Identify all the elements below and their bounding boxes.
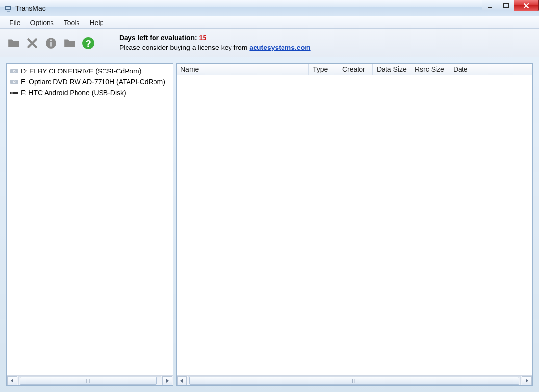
drive-label: D: ELBY CLONEDRIVE (SCSI-CdRom) xyxy=(21,67,141,75)
svg-point-14 xyxy=(14,81,15,82)
menubar: File Options Tools Help xyxy=(0,16,539,29)
scrollbar-track[interactable]: ||| xyxy=(188,376,521,385)
help-icon[interactable]: ? xyxy=(81,36,96,50)
app-icon xyxy=(4,4,12,12)
file-list[interactable] xyxy=(177,75,532,375)
column-header-name[interactable]: Name xyxy=(177,64,309,75)
list-horizontal-scrollbar[interactable]: ||| xyxy=(177,375,532,385)
drive-item[interactable]: E: Optiarc DVD RW AD-7710H (ATAPI-CdRom) xyxy=(8,76,172,87)
window-controls xyxy=(482,0,539,11)
menu-help[interactable]: Help xyxy=(85,18,109,27)
window-title: TransMac xyxy=(15,4,46,12)
info-icon[interactable] xyxy=(44,36,58,50)
scroll-left-icon[interactable] xyxy=(177,376,187,385)
svg-rect-16 xyxy=(11,92,13,94)
svg-point-11 xyxy=(14,71,15,72)
column-header-rsrcsize[interactable]: Rsrc Size xyxy=(411,64,449,75)
optical-drive-icon xyxy=(10,78,19,86)
drive-tree[interactable]: D: ELBY CLONEDRIVE (SCSI-CdRom) E: Optia… xyxy=(7,64,173,375)
svg-rect-3 xyxy=(504,4,509,8)
menu-file[interactable]: File xyxy=(4,18,26,27)
menu-options[interactable]: Options xyxy=(26,18,59,27)
svg-rect-5 xyxy=(50,42,51,46)
evaluation-notice: Days left for evaluation: 15 Please cons… xyxy=(119,33,311,52)
svg-text:?: ? xyxy=(85,38,91,48)
scrollbar-thumb[interactable]: ||| xyxy=(20,377,157,385)
drive-tree-pane: D: ELBY CLONEDRIVE (SCSI-CdRom) E: Optia… xyxy=(6,63,173,386)
scroll-left-icon[interactable] xyxy=(7,376,17,385)
titlebar[interactable]: TransMac xyxy=(0,0,539,16)
license-link[interactable]: acutesystems.com xyxy=(249,44,310,51)
tree-horizontal-scrollbar[interactable]: ||| xyxy=(7,375,173,385)
column-header-date[interactable]: Date xyxy=(449,64,532,75)
scroll-right-icon[interactable] xyxy=(162,376,172,385)
menu-tools[interactable]: Tools xyxy=(59,18,85,27)
main-area: D: ELBY CLONEDRIVE (SCSI-CdRom) E: Optia… xyxy=(6,63,533,386)
scrollbar-thumb[interactable]: ||| xyxy=(189,377,519,385)
optical-drive-icon xyxy=(10,67,19,75)
minimize-button[interactable] xyxy=(482,0,498,11)
scrollbar-track[interactable]: ||| xyxy=(18,376,161,385)
svg-rect-2 xyxy=(7,11,10,12)
app-window: TransMac File Options Tools Help xyxy=(0,0,539,392)
drive-item[interactable]: F: HTC Android Phone (USB-Disk) xyxy=(8,87,172,98)
usb-disk-icon xyxy=(10,89,19,97)
folder-icon[interactable] xyxy=(62,36,77,50)
svg-point-6 xyxy=(50,39,52,41)
maximize-button[interactable] xyxy=(498,0,514,11)
svg-rect-1 xyxy=(6,7,10,9)
column-header-datasize[interactable]: Data Size xyxy=(373,64,411,75)
column-headers: Name Type Creator Data Size Rsrc Size Da… xyxy=(177,64,532,75)
close-button[interactable] xyxy=(514,0,539,11)
toolbar: ? Days left for evaluation: 15 Please co… xyxy=(0,29,539,57)
column-header-type[interactable]: Type xyxy=(309,64,338,75)
file-list-pane: Name Type Creator Data Size Rsrc Size Da… xyxy=(176,63,533,386)
drive-label: E: Optiarc DVD RW AD-7710H (ATAPI-CdRom) xyxy=(21,78,165,86)
drive-item[interactable]: D: ELBY CLONEDRIVE (SCSI-CdRom) xyxy=(8,66,172,76)
license-text: Please consider buying a license key fro… xyxy=(119,44,249,51)
drive-label: F: HTC Android Phone (USB-Disk) xyxy=(21,89,126,97)
column-header-creator[interactable]: Creator xyxy=(338,64,373,75)
scroll-right-icon[interactable] xyxy=(522,376,532,385)
open-folder-icon[interactable] xyxy=(6,36,21,50)
eval-days: 15 xyxy=(199,34,207,42)
delete-icon[interactable] xyxy=(25,36,40,50)
eval-label: Days left for evaluation: xyxy=(119,34,197,42)
